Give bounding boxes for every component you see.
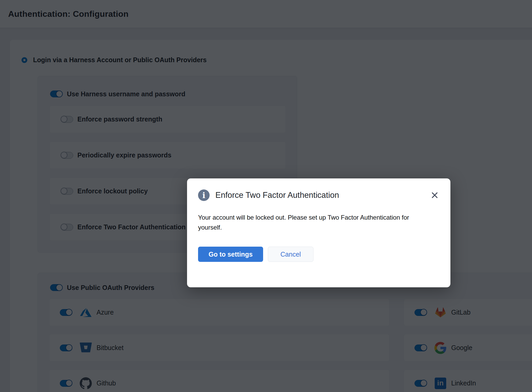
- go-to-settings-button[interactable]: Go to settings: [198, 247, 263, 262]
- dialog-actions: Go to settings Cancel: [198, 247, 440, 262]
- close-icon[interactable]: [429, 190, 440, 200]
- dialog-header: i Enforce Two Factor Authentication: [198, 189, 440, 201]
- two-factor-dialog: i Enforce Two Factor Authentication Your…: [187, 178, 450, 287]
- info-icon: i: [198, 189, 210, 201]
- dialog-body-text: Your account will be locked out. Please …: [198, 213, 411, 232]
- dialog-title: Enforce Two Factor Authentication: [215, 190, 429, 200]
- cancel-button[interactable]: Cancel: [268, 247, 313, 262]
